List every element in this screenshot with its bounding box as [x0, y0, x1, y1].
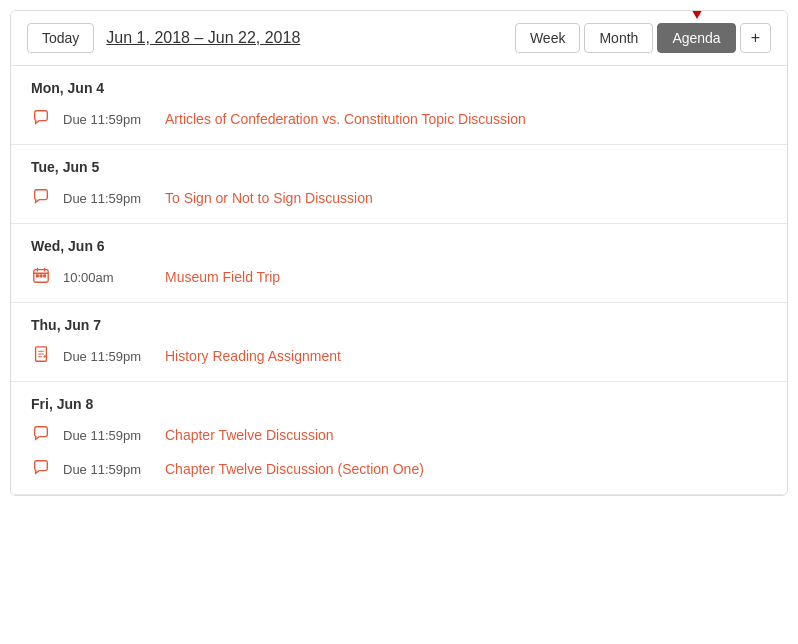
event-title[interactable]: To Sign or Not to Sign Discussion — [165, 190, 373, 206]
day-label-tue-jun-5: Tue, Jun 5 — [11, 145, 787, 181]
day-section-tue-jun-5: Tue, Jun 5 Due 11:59pm To Sign or Not to… — [11, 145, 787, 224]
event-title[interactable]: Museum Field Trip — [165, 269, 280, 285]
event-row: Due 11:59pm Chapter Twelve Discussion (S… — [11, 452, 787, 486]
day-events-thu-jun-7: Due 11:59pm History Reading Assignment — [11, 339, 787, 381]
view-buttons: Week Month Agenda + — [515, 23, 771, 53]
day-section-fri-jun-8: Fri, Jun 8 Due 11:59pm Chapter Twelve Di… — [11, 382, 787, 495]
day-label-thu-jun-7: Thu, Jun 7 — [11, 303, 787, 339]
calendar-header: Today Jun 1, 2018 – Jun 22, 2018 Week Mo… — [11, 11, 787, 66]
event-row: Due 11:59pm History Reading Assignment — [11, 339, 787, 373]
event-title[interactable]: Chapter Twelve Discussion — [165, 427, 334, 443]
event-time: Due 11:59pm — [63, 349, 153, 364]
month-view-button[interactable]: Month — [584, 23, 653, 53]
event-row: Due 11:59pm Articles of Confederation vs… — [11, 102, 787, 136]
add-event-button[interactable]: + — [740, 23, 771, 53]
calendar-container: Today Jun 1, 2018 – Jun 22, 2018 Week Mo… — [10, 10, 788, 496]
date-range[interactable]: Jun 1, 2018 – Jun 22, 2018 — [106, 29, 503, 47]
event-title[interactable]: Articles of Confederation vs. Constituti… — [165, 111, 526, 127]
event-title[interactable]: History Reading Assignment — [165, 348, 341, 364]
discussion-icon — [31, 187, 51, 209]
day-label-mon-jun-4: Mon, Jun 4 — [11, 66, 787, 102]
today-button[interactable]: Today — [27, 23, 94, 53]
event-time: Due 11:59pm — [63, 112, 153, 127]
discussion-icon — [31, 108, 51, 130]
assignment-icon — [31, 345, 51, 367]
event-time: Due 11:59pm — [63, 462, 153, 477]
discussion-icon — [31, 424, 51, 446]
day-section-thu-jun-7: Thu, Jun 7 Due 11:59pm History Reading A… — [11, 303, 787, 382]
day-events-tue-jun-5: Due 11:59pm To Sign or Not to Sign Discu… — [11, 181, 787, 223]
event-row: Due 11:59pm Chapter Twelve Discussion — [11, 418, 787, 452]
day-label-fri-jun-8: Fri, Jun 8 — [11, 382, 787, 418]
red-arrow-annotation — [682, 10, 712, 19]
event-title[interactable]: Chapter Twelve Discussion (Section One) — [165, 461, 424, 477]
agenda-button-container: Agenda — [657, 23, 735, 53]
svg-marker-1 — [689, 10, 705, 19]
discussion-icon — [31, 458, 51, 480]
agenda-body: Mon, Jun 4 Due 11:59pm Articles of Confe… — [11, 66, 787, 495]
day-section-wed-jun-6: Wed, Jun 6 10:00am — [11, 224, 787, 303]
svg-rect-7 — [40, 275, 42, 277]
svg-rect-6 — [37, 275, 39, 277]
event-row: Due 11:59pm To Sign or Not to Sign Discu… — [11, 181, 787, 215]
day-label-wed-jun-6: Wed, Jun 6 — [11, 224, 787, 260]
day-events-mon-jun-4: Due 11:59pm Articles of Confederation vs… — [11, 102, 787, 144]
event-row: 10:00am Museum Field Trip — [11, 260, 787, 294]
event-time: 10:00am — [63, 270, 153, 285]
agenda-view-button[interactable]: Agenda — [657, 23, 735, 53]
svg-rect-8 — [44, 275, 46, 277]
event-time: Due 11:59pm — [63, 191, 153, 206]
event-time: Due 11:59pm — [63, 428, 153, 443]
week-view-button[interactable]: Week — [515, 23, 581, 53]
day-events-fri-jun-8: Due 11:59pm Chapter Twelve Discussion Du… — [11, 418, 787, 494]
day-events-wed-jun-6: 10:00am Museum Field Trip — [11, 260, 787, 302]
calendar-event-icon — [31, 266, 51, 288]
day-section-mon-jun-4: Mon, Jun 4 Due 11:59pm Articles of Confe… — [11, 66, 787, 145]
